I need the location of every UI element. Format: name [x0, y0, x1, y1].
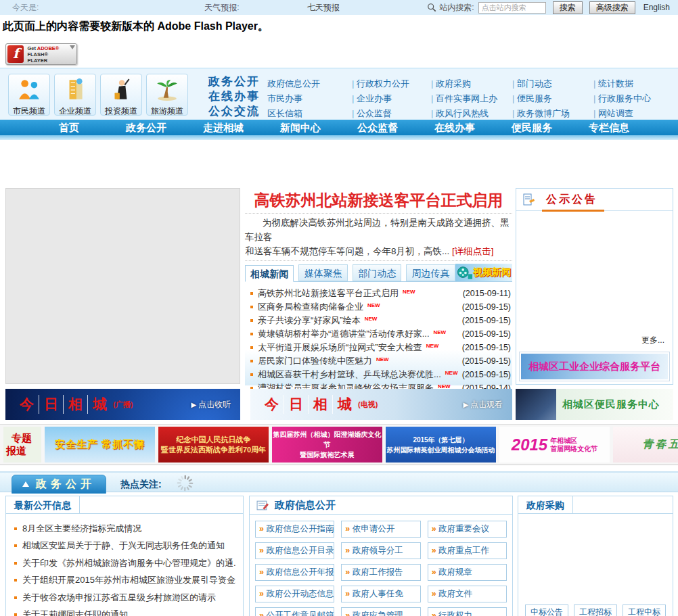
- info-link-button[interactable]: 政府文件: [428, 586, 507, 602]
- list-item[interactable]: 关于组织开展2015年苏州市相城区旅游业发展引导资金...: [13, 572, 236, 590]
- channel-investment[interactable]: 投资频道: [100, 74, 142, 116]
- news-row[interactable]: 居民家门口体验传统中医魅力 NEW (2015-09-15): [248, 354, 511, 368]
- site-search-input[interactable]: [478, 2, 546, 14]
- quick-link[interactable]: 行政权力公开: [352, 76, 409, 91]
- nav-zoujin-xiangcheng[interactable]: 走进相城: [185, 120, 262, 135]
- notice-title[interactable]: 公示公告: [546, 193, 597, 207]
- listen-action-link[interactable]: 点击收听: [191, 399, 231, 410]
- latest-info-tab[interactable]: 最新公开信息: [6, 496, 80, 514]
- menu-gongzhong-jiaoliu[interactable]: 公众交流: [208, 104, 260, 119]
- info-link-button[interactable]: 政府信息公开指南: [255, 521, 334, 538]
- elite-week-banner[interactable]: 2015年（第七届） 苏州国际精英创业周相城分会场活动: [386, 427, 496, 463]
- quick-link[interactable]: 政府采购: [431, 76, 497, 91]
- flash-slideshow-placeholder[interactable]: [5, 188, 240, 384]
- channel-enterprise[interactable]: 企业频道: [54, 74, 96, 116]
- headline-title[interactable]: 高铁苏州北站新接送客平台正式启用: [245, 188, 512, 211]
- info-link-button[interactable]: 政府规章: [428, 564, 507, 581]
- today-xiangcheng-tv-banner[interactable]: 今 日 相 城 (电视) 点击观看: [250, 389, 512, 420]
- list-item-text[interactable]: 相城区安监局关于于静、于兴无同志职务任免的通知: [22, 540, 225, 552]
- weather-forecast-link[interactable]: 七天预报: [307, 2, 340, 14]
- safety-production-banner[interactable]: 安全生产 常抓不懈: [45, 427, 155, 463]
- news-row[interactable]: 亲子共读分享“好家风”绘本 NEW (2015-09-15): [248, 314, 511, 327]
- quick-link[interactable]: 行政服务中心: [593, 91, 651, 106]
- gov-open-section-tab[interactable]: 政务公开: [12, 475, 106, 494]
- nav-special-info[interactable]: 专栏信息: [570, 120, 648, 135]
- menu-zhengwu-gongkai[interactable]: 政务公开: [208, 74, 260, 89]
- advanced-search-button[interactable]: 高级搜索: [589, 1, 635, 14]
- wedding-culture-festival-banner[interactable]: 第四届苏州（相城）阳澄湖婚庆文化节 暨国际旗袍艺术展: [272, 427, 382, 463]
- video-news-button[interactable]: 视频新闻: [455, 264, 512, 281]
- nav-online-service[interactable]: 在线办事: [416, 120, 493, 135]
- info-link-button[interactable]: 公开工作意见邮箱: [255, 607, 334, 616]
- nav-zhengwu-gongkai[interactable]: 政务公开: [108, 120, 185, 135]
- list-item-text[interactable]: 关于印发《苏州相城旅游咨询服务中心管理规定》的通...: [22, 557, 236, 569]
- list-item[interactable]: 8月全区主要经济指标完成情况: [13, 520, 236, 538]
- tab-xiangcheng-news[interactable]: 相城新闻: [245, 265, 294, 282]
- network-culture-festival-banner[interactable]: 2015 年相城区 首届网络文化节: [499, 427, 610, 463]
- nav-public-supervision[interactable]: 公众监督: [339, 120, 416, 135]
- info-link-button[interactable]: 政府领导分工: [341, 542, 420, 559]
- anti-war-70th-banner[interactable]: 纪念中国人民抗日战争 暨世界反法西斯战争胜利70周年: [158, 427, 269, 463]
- quick-link[interactable]: 市民办事: [267, 91, 320, 106]
- nav-convenience-service[interactable]: 便民服务: [493, 120, 570, 135]
- info-link-button[interactable]: 政府重要会议: [428, 521, 507, 538]
- info-link-button[interactable]: 政府信息公开年报: [255, 564, 334, 581]
- quick-link[interactable]: 政务微博广场: [512, 106, 570, 121]
- list-item[interactable]: 关于王莉娜同志任职的通知: [13, 607, 236, 616]
- info-link-button[interactable]: 行政权力: [428, 607, 507, 616]
- quick-link[interactable]: 便民服务: [512, 91, 570, 106]
- quick-link[interactable]: 部门动态: [512, 76, 570, 91]
- industry-platform-banner[interactable]: 相城区工业企业综合服务平台: [520, 352, 669, 381]
- nav-home[interactable]: 首页: [30, 120, 108, 135]
- news-title[interactable]: 相城区喜获千村乡村篮球、乒乓球总决赛优胜...: [258, 369, 441, 381]
- quick-link[interactable]: 区长信箱: [267, 106, 320, 121]
- quick-link[interactable]: 政府信息公开: [267, 76, 320, 91]
- menu-zaixian-banshi[interactable]: 在线办事: [208, 89, 260, 104]
- detail-link[interactable]: [详细点击]: [452, 246, 494, 256]
- info-link-button[interactable]: 政府人事任免: [341, 586, 420, 602]
- list-item[interactable]: 相城区安监局关于于静、于兴无同志职务任免的通知: [13, 538, 236, 555]
- quick-link[interactable]: 统计数据: [593, 76, 651, 91]
- today-xiangcheng-radio-banner[interactable]: 今 日 相 城 (广播) 点击收听: [5, 389, 240, 420]
- tab-media-focus[interactable]: 媒体聚焦: [298, 264, 347, 281]
- service-center-banner[interactable]: 相城区便民服务中心: [516, 389, 673, 420]
- list-item-text[interactable]: 8月全区主要经济指标完成情况: [22, 523, 141, 535]
- info-link-button[interactable]: 依申请公开: [341, 521, 420, 538]
- channel-tourism[interactable]: 旅游频道: [146, 74, 188, 116]
- get-flash-button[interactable]: f Get ADOBE® FLASH® PLAYER: [5, 43, 77, 65]
- list-item-text[interactable]: 关于组织开展2015年苏州市相城区旅游业发展引导资金...: [22, 574, 236, 586]
- nav-news-center[interactable]: 新闻中心: [262, 120, 339, 135]
- youth-may-banner[interactable]: 青春五月: [613, 427, 678, 463]
- tab-nearby-news[interactable]: 周边传真: [406, 264, 455, 281]
- news-title[interactable]: 区商务局检查猪肉储备企业: [258, 301, 363, 313]
- procurement-button[interactable]: 中标公告: [525, 605, 568, 616]
- search-button[interactable]: 搜索: [553, 1, 583, 14]
- news-title[interactable]: 黄埭镇胡桥村举办“道德讲堂”活动传承好家...: [258, 328, 430, 340]
- news-title[interactable]: 高铁苏州北站新接送客平台正式启用: [258, 287, 399, 300]
- tab-department-news[interactable]: 部门动态: [353, 264, 401, 281]
- quick-link[interactable]: 百件实事网上办: [431, 91, 497, 106]
- english-link[interactable]: English: [643, 3, 670, 12]
- info-link-button[interactable]: 政府应急管理: [341, 607, 420, 616]
- news-title[interactable]: 居民家门口体验传统中医魅力: [258, 355, 372, 367]
- procurement-tab[interactable]: 政府采购: [518, 496, 573, 514]
- list-item[interactable]: 关于印发《苏州相城旅游咨询服务中心管理规定》的通...: [13, 554, 236, 572]
- procurement-button[interactable]: 工程招标: [574, 605, 617, 616]
- news-row[interactable]: 相城区喜获千村乡村篮球、乒乓球总决赛优胜... NEW (2015-09-15): [248, 368, 511, 381]
- news-row[interactable]: 太平街道开展娱乐场所“拉网式”安全大检查 NEW (2015-09-15): [248, 341, 511, 354]
- channel-citizens[interactable]: 市民频道: [8, 74, 50, 116]
- quick-link[interactable]: 公众监督: [352, 106, 409, 121]
- news-row[interactable]: 区商务局检查猪肉储备企业 NEW (2015-09-15): [248, 300, 511, 314]
- watch-action-link[interactable]: 点击观看: [464, 399, 503, 410]
- news-title[interactable]: 太平街道开展娱乐场所“拉网式”安全大检查: [258, 341, 422, 354]
- quick-link[interactable]: 政风行风热线: [431, 106, 497, 121]
- info-link-button[interactable]: 政府工作报告: [341, 564, 420, 581]
- info-link-button[interactable]: 政府信息公开目录: [255, 542, 334, 559]
- news-row[interactable]: 高铁苏州北站新接送客平台正式启用 NEW (2015-09-11): [248, 287, 511, 300]
- notice-more-link[interactable]: 更多...: [641, 335, 664, 346]
- list-item-text[interactable]: 关于王莉娜同志任职的通知: [22, 609, 128, 616]
- quick-link[interactable]: 网站调查: [593, 106, 651, 121]
- info-link-button[interactable]: 政府公开动态信息: [255, 586, 334, 602]
- news-row[interactable]: 黄埭镇胡桥村举办“道德讲堂”活动传承好家... NEW (2015-09-15): [248, 327, 511, 341]
- quick-link[interactable]: 企业办事: [352, 91, 409, 106]
